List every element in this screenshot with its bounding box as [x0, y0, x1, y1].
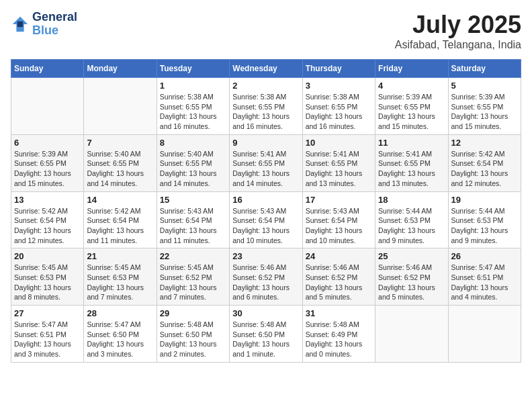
day-number: 1 [160, 81, 226, 91]
day-info: Sunrise: 5:38 AM Sunset: 6:55 PM Dayligh… [160, 92, 226, 132]
day-number: 28 [87, 308, 153, 318]
day-number: 27 [14, 308, 81, 318]
day-info: Sunrise: 5:42 AM Sunset: 6:54 PM Dayligh… [451, 149, 518, 189]
day-info: Sunrise: 5:45 AM Sunset: 6:52 PM Dayligh… [160, 263, 226, 302]
calendar-cell: 11Sunrise: 5:41 AM Sunset: 6:55 PM Dayli… [375, 134, 448, 191]
day-number: 25 [378, 251, 445, 261]
day-info: Sunrise: 5:46 AM Sunset: 6:52 PM Dayligh… [378, 263, 445, 302]
calendar-cell: 4Sunrise: 5:39 AM Sunset: 6:55 PM Daylig… [375, 78, 448, 135]
day-info: Sunrise: 5:40 AM Sunset: 6:55 PM Dayligh… [160, 149, 226, 189]
logo-icon [11, 15, 30, 34]
weekday-header: Wednesday [230, 60, 302, 78]
calendar-cell [375, 306, 448, 363]
calendar-cell: 6Sunrise: 5:39 AM Sunset: 6:55 PM Daylig… [11, 134, 84, 191]
day-number: 3 [306, 81, 372, 91]
day-info: Sunrise: 5:48 AM Sunset: 6:49 PM Dayligh… [306, 320, 372, 359]
day-info: Sunrise: 5:43 AM Sunset: 6:54 PM Dayligh… [160, 206, 226, 246]
day-info: Sunrise: 5:42 AM Sunset: 6:54 PM Dayligh… [14, 206, 81, 246]
day-number: 8 [160, 138, 226, 148]
weekday-header: Sunday [11, 60, 84, 78]
calendar-cell: 2Sunrise: 5:38 AM Sunset: 6:55 PM Daylig… [230, 78, 302, 135]
day-number: 10 [306, 138, 372, 148]
calendar-cell: 8Sunrise: 5:40 AM Sunset: 6:55 PM Daylig… [157, 134, 229, 191]
day-info: Sunrise: 5:38 AM Sunset: 6:55 PM Dayligh… [232, 92, 299, 132]
calendar-week-row: 13Sunrise: 5:42 AM Sunset: 6:54 PM Dayli… [11, 191, 521, 248]
day-number: 7 [87, 138, 153, 148]
calendar-cell: 31Sunrise: 5:48 AM Sunset: 6:49 PM Dayli… [302, 306, 375, 363]
calendar-cell: 29Sunrise: 5:48 AM Sunset: 6:50 PM Dayli… [157, 306, 229, 363]
weekday-header-row: SundayMondayTuesdayWednesdayThursdayFrid… [11, 60, 521, 78]
calendar-week-row: 20Sunrise: 5:45 AM Sunset: 6:53 PM Dayli… [11, 248, 521, 306]
day-info: Sunrise: 5:43 AM Sunset: 6:54 PM Dayligh… [232, 206, 299, 246]
day-info: Sunrise: 5:47 AM Sunset: 6:50 PM Dayligh… [87, 320, 153, 359]
logo-text: General Blue [32, 11, 77, 38]
calendar-week-row: 27Sunrise: 5:47 AM Sunset: 6:51 PM Dayli… [11, 306, 521, 363]
day-number: 13 [14, 195, 81, 205]
calendar-cell: 5Sunrise: 5:39 AM Sunset: 6:55 PM Daylig… [448, 78, 521, 135]
day-info: Sunrise: 5:39 AM Sunset: 6:55 PM Dayligh… [378, 92, 445, 132]
day-info: Sunrise: 5:44 AM Sunset: 6:53 PM Dayligh… [451, 206, 518, 246]
calendar-cell: 20Sunrise: 5:45 AM Sunset: 6:53 PM Dayli… [11, 248, 84, 306]
calendar-cell: 27Sunrise: 5:47 AM Sunset: 6:51 PM Dayli… [11, 306, 84, 363]
day-info: Sunrise: 5:46 AM Sunset: 6:52 PM Dayligh… [306, 263, 372, 302]
calendar-cell: 21Sunrise: 5:45 AM Sunset: 6:53 PM Dayli… [84, 248, 157, 306]
day-number: 17 [306, 195, 372, 205]
day-info: Sunrise: 5:47 AM Sunset: 6:51 PM Dayligh… [451, 263, 518, 302]
day-number: 16 [232, 195, 299, 205]
day-number: 5 [451, 81, 518, 91]
day-info: Sunrise: 5:45 AM Sunset: 6:53 PM Dayligh… [14, 263, 81, 302]
day-number: 19 [451, 195, 518, 205]
day-number: 20 [14, 251, 81, 261]
day-info: Sunrise: 5:38 AM Sunset: 6:55 PM Dayligh… [306, 92, 372, 132]
title-block: July 2025 Asifabad, Telangana, India [395, 11, 521, 51]
day-number: 2 [232, 81, 299, 91]
day-info: Sunrise: 5:41 AM Sunset: 6:55 PM Dayligh… [378, 149, 445, 189]
day-number: 18 [378, 195, 445, 205]
calendar-table: SundayMondayTuesdayWednesdayThursdayFrid… [11, 59, 521, 363]
day-number: 21 [87, 251, 153, 261]
day-number: 4 [378, 81, 445, 91]
day-info: Sunrise: 5:43 AM Sunset: 6:54 PM Dayligh… [306, 206, 372, 246]
calendar-cell: 19Sunrise: 5:44 AM Sunset: 6:53 PM Dayli… [448, 191, 521, 248]
day-number: 31 [306, 308, 372, 318]
day-info: Sunrise: 5:44 AM Sunset: 6:53 PM Dayligh… [378, 206, 445, 246]
day-info: Sunrise: 5:48 AM Sunset: 6:50 PM Dayligh… [232, 320, 299, 359]
day-number: 26 [451, 251, 518, 261]
day-number: 14 [87, 195, 153, 205]
weekday-header: Tuesday [157, 60, 229, 78]
day-info: Sunrise: 5:39 AM Sunset: 6:55 PM Dayligh… [14, 149, 81, 189]
calendar-cell: 15Sunrise: 5:43 AM Sunset: 6:54 PM Dayli… [157, 191, 229, 248]
calendar-cell: 3Sunrise: 5:38 AM Sunset: 6:55 PM Daylig… [302, 78, 375, 135]
day-number: 9 [232, 138, 299, 148]
calendar-cell: 28Sunrise: 5:47 AM Sunset: 6:50 PM Dayli… [84, 306, 157, 363]
day-number: 29 [160, 308, 226, 318]
day-info: Sunrise: 5:39 AM Sunset: 6:55 PM Dayligh… [451, 92, 518, 132]
logo: General Blue [11, 11, 77, 38]
calendar-cell: 13Sunrise: 5:42 AM Sunset: 6:54 PM Dayli… [11, 191, 84, 248]
weekday-header: Monday [84, 60, 157, 78]
calendar-cell: 24Sunrise: 5:46 AM Sunset: 6:52 PM Dayli… [302, 248, 375, 306]
month-title: July 2025 [395, 11, 521, 39]
calendar-cell: 9Sunrise: 5:41 AM Sunset: 6:55 PM Daylig… [230, 134, 302, 191]
day-info: Sunrise: 5:46 AM Sunset: 6:52 PM Dayligh… [232, 263, 299, 302]
weekday-header: Saturday [448, 60, 521, 78]
day-number: 11 [378, 138, 445, 148]
weekday-header: Thursday [302, 60, 375, 78]
day-info: Sunrise: 5:48 AM Sunset: 6:50 PM Dayligh… [160, 320, 226, 359]
calendar-cell [11, 78, 84, 135]
day-number: 30 [232, 308, 299, 318]
day-number: 22 [160, 251, 226, 261]
day-number: 15 [160, 195, 226, 205]
day-info: Sunrise: 5:40 AM Sunset: 6:55 PM Dayligh… [87, 149, 153, 189]
calendar-cell: 25Sunrise: 5:46 AM Sunset: 6:52 PM Dayli… [375, 248, 448, 306]
calendar-cell: 12Sunrise: 5:42 AM Sunset: 6:54 PM Dayli… [448, 134, 521, 191]
day-number: 12 [451, 138, 518, 148]
svg-rect-1 [17, 21, 23, 27]
weekday-header: Friday [375, 60, 448, 78]
calendar-cell: 22Sunrise: 5:45 AM Sunset: 6:52 PM Dayli… [157, 248, 229, 306]
calendar-cell: 1Sunrise: 5:38 AM Sunset: 6:55 PM Daylig… [157, 78, 229, 135]
calendar-cell [84, 78, 157, 135]
page-header: General Blue July 2025 Asifabad, Telanga… [11, 11, 521, 51]
day-info: Sunrise: 5:41 AM Sunset: 6:55 PM Dayligh… [232, 149, 299, 189]
calendar-cell: 16Sunrise: 5:43 AM Sunset: 6:54 PM Dayli… [230, 191, 302, 248]
